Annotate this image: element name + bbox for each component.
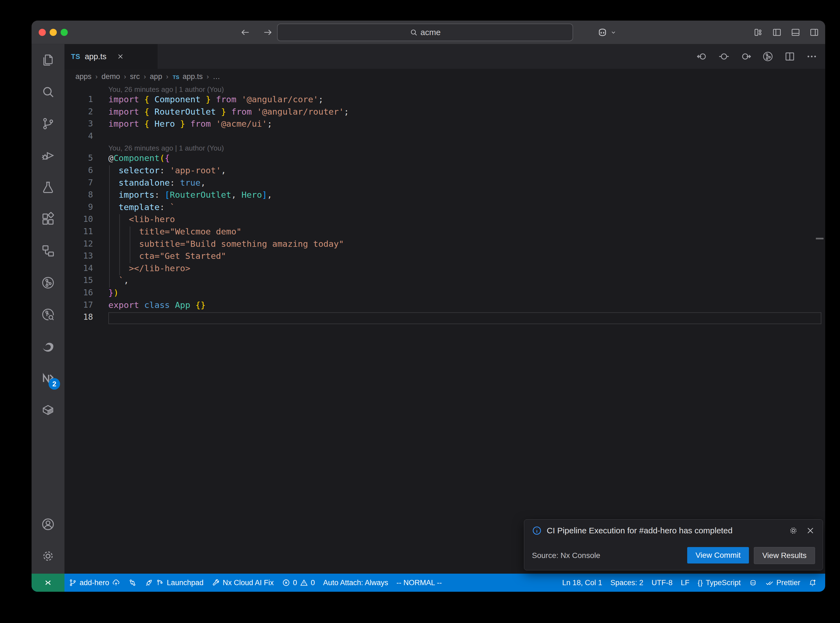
line-number[interactable]: 15 [64, 275, 108, 288]
toggle-secondary-sidebar-button[interactable] [809, 28, 819, 37]
notification-close-icon[interactable] [806, 526, 815, 535]
sidebar-item-graph-search[interactable] [32, 299, 64, 330]
line-number[interactable]: 3 [64, 119, 108, 131]
line-number[interactable]: 12 [64, 239, 108, 251]
search-input[interactable]: acme [277, 24, 573, 41]
code-line-15[interactable]: 15 `, [64, 275, 825, 288]
sidebar-item-containers[interactable] [32, 394, 64, 426]
cursor-position-item[interactable]: Ln 18, Col 1 [558, 574, 606, 592]
zoom-window-button[interactable] [61, 29, 68, 36]
sidebar-item-search[interactable] [32, 76, 64, 108]
indentation-item[interactable]: Spaces: 2 [606, 574, 647, 592]
code-line-10[interactable]: 10 <lib-hero [64, 214, 825, 227]
code-line-16[interactable]: 16}) [64, 288, 825, 300]
language-item[interactable]: {}TypeScript [694, 574, 745, 592]
previous-change-button[interactable] [696, 51, 708, 62]
sidebar-item-nx-console[interactable]: 2 [32, 362, 64, 394]
open-changes-button[interactable] [718, 51, 730, 62]
launchpad-item[interactable]: Launchpad [141, 574, 208, 592]
nav-forward-button[interactable] [263, 27, 273, 38]
eol-item[interactable]: LF [677, 574, 694, 592]
code-line-8[interactable]: 8 imports: [RouterOutlet, Hero], [64, 190, 825, 202]
more-actions-button[interactable] [806, 51, 817, 62]
nx-target-button[interactable] [762, 51, 774, 62]
tab-app-ts[interactable]: TS app.ts [64, 44, 158, 69]
sidebar-item-source-control[interactable] [32, 108, 64, 140]
copilot-control[interactable] [597, 21, 616, 44]
vim-mode-item[interactable]: -- NORMAL -- [392, 574, 446, 592]
next-change-button[interactable] [740, 51, 752, 62]
line-number[interactable]: 10 [64, 214, 108, 227]
line-number[interactable]: 17 [64, 300, 108, 312]
split-editor-button[interactable] [784, 51, 795, 62]
breadcrumb-item-src[interactable]: src [130, 72, 140, 81]
copilot-item[interactable] [745, 574, 761, 592]
sidebar-item-run-debug[interactable] [32, 140, 64, 171]
sidebar-item-edge-tools[interactable] [32, 330, 64, 362]
code-line-1[interactable]: 1import { Component } from '@angular/cor… [64, 94, 825, 107]
breadcrumb-item-demo[interactable]: demo [101, 72, 120, 81]
minimize-window-button[interactable] [50, 29, 57, 36]
line-number[interactable]: 16 [64, 288, 108, 300]
code-line-12[interactable]: 12 subtitle="Build something amazing tod… [64, 239, 825, 251]
notification-settings-icon[interactable] [789, 526, 798, 535]
tab-close-icon[interactable] [117, 53, 124, 60]
breadcrumb-item-app[interactable]: app [150, 72, 162, 81]
copilot-menu-button[interactable] [597, 27, 608, 38]
sidebar-item-target-graph[interactable] [32, 267, 64, 299]
notifications-item[interactable] [804, 574, 821, 592]
nav-back-button[interactable] [240, 27, 250, 38]
edge-icon [41, 339, 55, 353]
line-number[interactable]: 11 [64, 227, 108, 239]
toggle-primary-sidebar-button[interactable] [772, 28, 782, 37]
line-number[interactable]: 13 [64, 251, 108, 263]
breadcrumb-item-apps[interactable]: apps [75, 72, 92, 81]
nx-cloud-ai-fix-item[interactable]: Nx Cloud AI Fix [208, 574, 278, 592]
code-line-7[interactable]: 7 standalone: true, [64, 178, 825, 190]
remote-indicator[interactable] [32, 574, 64, 592]
copilot-chevron[interactable] [610, 29, 616, 35]
view-results-button[interactable]: View Results [754, 547, 815, 564]
line-number[interactable]: 18 [64, 312, 108, 324]
sidebar-item-project-structure[interactable] [32, 235, 64, 267]
breadcrumb-item-appts[interactable]: TSapp.ts [172, 72, 203, 81]
prettier-item[interactable]: Prettier [761, 574, 804, 592]
encoding-item[interactable]: UTF-8 [647, 574, 677, 592]
accounts-button[interactable] [32, 508, 64, 540]
line-number[interactable]: 4 [64, 131, 108, 143]
manage-button[interactable] [32, 540, 64, 572]
line-number[interactable]: 1 [64, 94, 108, 107]
git-branch-item[interactable]: add-hero [64, 574, 124, 592]
code-line-11[interactable]: 11 title="Welcmoe demo" [64, 227, 825, 239]
toggle-panel-button[interactable] [791, 28, 800, 37]
code-line-6[interactable]: 6 selector: 'app-root', [64, 165, 825, 178]
code-line-18[interactable]: 18 [64, 312, 825, 324]
git-compare-item[interactable] [124, 574, 141, 592]
line-number[interactable]: 6 [64, 165, 108, 178]
line-number[interactable]: 14 [64, 263, 108, 276]
problems-item[interactable]: 00 [278, 574, 319, 592]
breadcrumb-item-[interactable]: … [213, 72, 220, 81]
code-editor[interactable]: You, 26 minutes ago | 1 author (You)1imp… [64, 84, 825, 574]
line-number[interactable]: 8 [64, 190, 108, 202]
line-number[interactable]: 5 [64, 153, 108, 165]
hierarchy-icon [41, 244, 55, 258]
sidebar-item-testing[interactable] [32, 171, 64, 203]
line-number[interactable]: 9 [64, 202, 108, 215]
sidebar-item-explorer[interactable] [32, 44, 64, 76]
customize-layout-button[interactable] [753, 28, 763, 37]
auto-attach-item[interactable]: Auto Attach: Always [319, 574, 392, 592]
line-number[interactable]: 7 [64, 178, 108, 190]
close-window-button[interactable] [39, 29, 46, 36]
sidebar-item-extensions[interactable] [32, 203, 64, 235]
code-line-13[interactable]: 13 cta="Get Started" [64, 251, 825, 263]
view-commit-button[interactable]: View Commit [687, 547, 749, 563]
code-line-3[interactable]: 3import { Hero } from '@acme/ui'; [64, 119, 825, 131]
line-number[interactable]: 2 [64, 107, 108, 119]
code-line-4[interactable]: 4 [64, 131, 825, 143]
code-line-5[interactable]: 5@Component({ [64, 153, 825, 165]
code-line-17[interactable]: 17export class App {} [64, 300, 825, 312]
code-line-9[interactable]: 9 template: ` [64, 202, 825, 215]
code-line-14[interactable]: 14 ></lib-hero> [64, 263, 825, 276]
code-line-2[interactable]: 2import { RouterOutlet } from '@angular/… [64, 107, 825, 119]
